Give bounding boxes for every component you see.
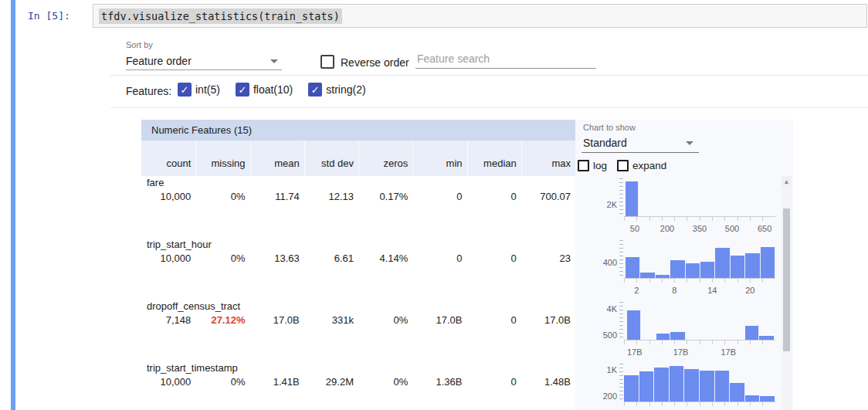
x-axis-ticks	[624, 217, 775, 221]
histogram-bar	[715, 371, 731, 402]
table-row: fare10,0000%11.7412.130.17%00700.07	[141, 176, 575, 238]
cell-selection-bar	[11, 0, 15, 410]
x-axis-tick-label: 8	[672, 286, 676, 295]
reverse-order-checkbox[interactable]	[320, 55, 334, 69]
feature-filter-float10: ✓float(10)	[236, 83, 293, 97]
value-cell: 0%	[195, 376, 249, 388]
feature-values-row: 10,0000%13.636.614.14%0023	[141, 252, 575, 264]
feature-filter-checkbox[interactable]: ✓	[178, 83, 192, 97]
feature-filter-label: int(5)	[195, 83, 220, 96]
value-cell: 4.14%	[358, 252, 412, 264]
value-cell: 0	[412, 252, 466, 264]
feature-filter-checkbox[interactable]: ✓	[308, 83, 322, 97]
chart-type-value: Standard	[583, 137, 627, 149]
value-cell: 0.17%	[358, 191, 412, 202]
histogram-dropoff_census_tract: 4K50017B17B17B	[575, 300, 782, 358]
x-axis-tick-label: 350	[693, 224, 707, 233]
x-axis-ticks	[624, 279, 775, 283]
value-cell: 11.74	[250, 191, 304, 202]
histogram-bar	[745, 253, 760, 278]
histogram-trip_start_timestamp: 1K200	[575, 361, 782, 410]
log-label: log	[593, 160, 607, 171]
histogram-bar	[686, 263, 700, 278]
table-row: trip_start_hour10,0000%13.636.614.14%002…	[141, 238, 575, 300]
features-label: Features:	[126, 85, 171, 97]
notebook-output: In [5]: tfdv.visualize_statistics(train_…	[0, 0, 868, 410]
histogram-bar	[731, 256, 745, 278]
column-header-max: max	[521, 141, 575, 176]
expand-checkbox[interactable]	[617, 160, 629, 171]
histogram-bar	[684, 369, 700, 402]
feature-search-input[interactable]	[415, 51, 596, 69]
value-cell: 700.07	[521, 191, 575, 202]
feature-filter-label: float(10)	[253, 83, 293, 96]
table-row: dropoff_census_tract7,14827.12%17.0B331k…	[141, 300, 575, 361]
value-cell: 1.48B	[521, 376, 575, 388]
plot-area	[624, 302, 775, 341]
table-row: trip_start_timestamp10,0000%1.41B29.2M0%…	[141, 361, 575, 410]
y-axis-tick-label: 1K	[586, 365, 617, 374]
histogram-bar	[745, 395, 761, 402]
y-axis-ruler	[619, 178, 623, 216]
divider	[110, 107, 868, 108]
numeric-features-title-band: Numeric Features (15)	[141, 120, 575, 141]
chart-type-underline	[581, 152, 699, 153]
feature-filter-checkbox[interactable]: ✓	[236, 83, 249, 97]
code-cell[interactable]: tfdv.visualize_statistics(train_stats)	[93, 4, 867, 28]
scroll-up-arrow[interactable]: ▲	[782, 176, 792, 187]
divider	[110, 75, 868, 76]
x-axis-tick-label: 2	[634, 286, 639, 295]
chart-option-toggles: log expand	[578, 160, 666, 171]
feature-name: fare	[147, 177, 164, 188]
histogram-bar	[670, 332, 686, 340]
chevron-down-icon	[270, 59, 278, 63]
value-cell: 10,000	[141, 191, 195, 202]
value-cell: 0%	[358, 376, 412, 388]
histogram-bar	[700, 371, 715, 402]
value-cell: 27.12%	[195, 314, 249, 326]
value-cell: 0%	[195, 252, 249, 264]
cell-prompt: In [5]:	[28, 10, 70, 22]
scrollbar-thumb[interactable]	[783, 208, 790, 351]
feature-name: dropoff_census_tract	[147, 300, 240, 312]
plot-area	[624, 178, 775, 217]
y-axis-tick-label: 2K	[586, 200, 617, 209]
histogram-bar	[627, 310, 641, 340]
value-cell: 12.13	[304, 191, 358, 202]
histogram-bar	[761, 247, 775, 278]
histogram-bar	[626, 257, 640, 278]
histogram-bar	[656, 275, 670, 278]
column-header-missing: missing	[195, 141, 249, 176]
column-header-std-dev: std dev	[304, 141, 358, 176]
value-cell: 6.61	[304, 252, 358, 264]
value-cell: 0	[467, 376, 521, 388]
chart-to-show-label: Chart to show	[583, 123, 636, 132]
sort-by-label: Sort by	[126, 40, 153, 49]
x-axis-tick-label: 17B	[721, 347, 736, 357]
value-cell: 0	[467, 252, 521, 264]
feature-filter-label: string(2)	[326, 83, 365, 96]
log-checkbox[interactable]	[578, 160, 589, 171]
chart-scrollbar[interactable]: ▲	[782, 176, 792, 410]
histogram-bar	[639, 371, 655, 402]
y-axis-tick-label: 200	[586, 391, 617, 401]
code-text[interactable]: tfdv.visualize_statistics(train_stats)	[99, 8, 342, 24]
value-cell: 0%	[195, 191, 249, 202]
value-cell: 7,148	[141, 314, 195, 326]
histogram-fare: 2K50200350500650	[575, 176, 782, 235]
sort-by-value: Feature order	[126, 55, 192, 67]
numeric-features-title: Numeric Features (15)	[151, 124, 252, 136]
value-cell: 29.2M	[304, 376, 358, 388]
value-cell: 17.0B	[412, 314, 466, 326]
value-cell: 10,000	[141, 376, 195, 388]
plot-area	[624, 240, 775, 279]
x-axis-tick-label: 50	[630, 224, 639, 233]
histogram-bar	[654, 368, 670, 402]
sort-by-dropdown[interactable]: Feature order	[126, 55, 282, 67]
sort-by-underline	[126, 69, 282, 70]
reverse-order-label: Reverse order	[341, 56, 409, 69]
chart-type-dropdown[interactable]: Standard	[583, 137, 699, 149]
x-axis-tick-label: 17B	[627, 347, 643, 357]
x-axis-ticks	[624, 402, 775, 406]
value-cell: 0%	[358, 314, 412, 326]
